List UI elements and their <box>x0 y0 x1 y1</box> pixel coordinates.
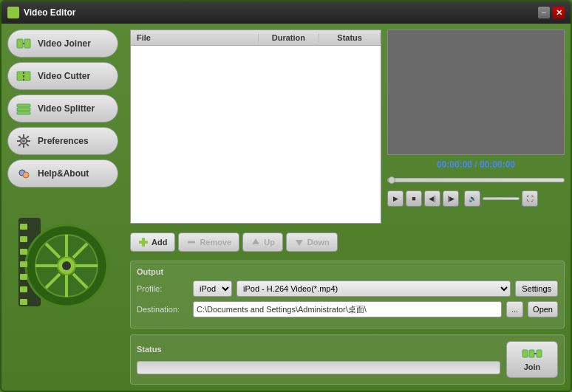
next-frame-button[interactable]: |▶ <box>443 190 459 207</box>
profile-select[interactable]: iPod <box>193 281 232 297</box>
up-button[interactable]: Up <box>242 233 283 252</box>
up-icon <box>251 237 261 247</box>
col-duration: Duration <box>259 33 320 42</box>
svg-rect-39 <box>20 299 27 305</box>
svg-rect-38 <box>20 286 27 292</box>
preferences-icon <box>16 133 32 149</box>
output-label: Output <box>137 267 558 276</box>
svg-marker-43 <box>252 238 259 244</box>
svg-line-14 <box>18 136 21 138</box>
splitter-icon <box>16 100 32 117</box>
file-list-body[interactable] <box>131 46 381 223</box>
svg-rect-41 <box>142 238 145 247</box>
destination-label: Destination: <box>137 305 188 314</box>
film-reel-svg <box>11 203 115 314</box>
remove-icon <box>186 237 197 247</box>
title-controls: − ✕ <box>538 7 565 18</box>
down-button[interactable]: Down <box>286 233 338 252</box>
format-select[interactable]: iPod - H.264 Video(*.mp4) <box>236 281 511 297</box>
browse-button[interactable]: ... <box>506 301 523 317</box>
title-bar: Video Editor − ✕ <box>1 1 571 24</box>
up-label: Up <box>264 238 275 247</box>
time-display: 00:00:00 / 00:00:00 <box>387 159 565 170</box>
add-icon <box>138 237 149 247</box>
add-button[interactable]: Add <box>130 233 175 252</box>
svg-rect-45 <box>522 350 528 357</box>
time-current: 00:00:00 <box>437 159 472 170</box>
svg-rect-46 <box>529 350 534 357</box>
down-icon <box>294 237 304 247</box>
help-icon <box>16 165 32 182</box>
preview-area: 00:00:00 / 00:00:00 ▶ ■ ◀| |▶ 🔊 <box>387 30 565 224</box>
help-label: Help&About <box>38 168 89 179</box>
svg-rect-5 <box>17 104 30 107</box>
add-remove-bar: Add Remove Up <box>130 230 565 255</box>
window-title: Video Editor <box>24 7 75 18</box>
svg-rect-48 <box>537 350 542 357</box>
status-row: Status Join <box>137 341 558 378</box>
close-button[interactable]: ✕ <box>553 7 565 18</box>
stop-button[interactable]: ■ <box>406 190 422 207</box>
destination-input[interactable] <box>193 301 502 317</box>
file-list-header: File Duration Status <box>131 30 381 46</box>
preferences-label: Preferences <box>38 136 89 146</box>
sidebar-item-splitter[interactable]: Video Splitter <box>7 94 118 123</box>
app-logo <box>7 199 118 317</box>
svg-line-16 <box>27 136 29 138</box>
volume-icon[interactable]: 🔊 <box>464 190 480 207</box>
svg-rect-1 <box>24 39 30 48</box>
add-label: Add <box>151 238 167 247</box>
volume-track[interactable] <box>483 197 520 200</box>
player-controls: ▶ ■ ◀| |▶ 🔊 ⛶ <box>387 190 565 207</box>
joiner-label: Video Joiner <box>38 38 91 49</box>
open-button[interactable]: Open <box>528 301 558 317</box>
join-icon <box>522 348 542 360</box>
profile-label: Profile: <box>137 284 188 293</box>
svg-point-9 <box>22 140 25 142</box>
time-sep: / <box>472 159 480 170</box>
svg-line-17 <box>18 144 21 146</box>
svg-rect-35 <box>20 249 27 255</box>
sidebar-item-preferences[interactable]: Preferences <box>7 127 118 155</box>
cutter-label: Video Cutter <box>38 71 90 81</box>
svg-rect-0 <box>17 39 23 48</box>
join-label: Join <box>524 362 541 371</box>
minimize-button[interactable]: − <box>538 7 550 18</box>
svg-rect-33 <box>20 224 27 230</box>
sidebar-item-help[interactable]: Help&About <box>7 159 118 188</box>
main-window: Video Editor − ✕ Video Joiner <box>0 0 572 392</box>
joiner-icon <box>16 35 32 52</box>
svg-point-24 <box>62 261 71 270</box>
status-section: Status Join <box>130 334 565 385</box>
remove-label: Remove <box>200 238 231 247</box>
fullscreen-button[interactable]: ⛶ <box>522 190 538 207</box>
remove-button[interactable]: Remove <box>178 233 239 252</box>
svg-rect-34 <box>20 236 27 242</box>
sidebar-item-joiner[interactable]: Video Joiner <box>7 30 118 58</box>
right-panel: File Duration Status 00:00:00 / 00:00:00 <box>130 30 565 385</box>
seek-thumb[interactable] <box>388 176 395 184</box>
play-button[interactable]: ▶ <box>387 190 404 207</box>
status-label: Status <box>137 345 500 354</box>
settings-button[interactable]: Settings <box>515 281 558 297</box>
status-bar <box>137 361 500 374</box>
col-file: File <box>131 33 259 42</box>
down-label: Down <box>307 238 330 247</box>
app-icon <box>7 7 19 18</box>
preview-screen <box>387 30 565 155</box>
seek-track[interactable] <box>387 178 565 182</box>
output-section: Output Profile: iPod iPod - H.264 Video(… <box>130 261 565 329</box>
file-list-area: File Duration Status <box>130 30 381 224</box>
svg-line-15 <box>27 144 29 146</box>
prev-frame-button[interactable]: ◀| <box>424 190 440 207</box>
seek-bar[interactable] <box>387 174 565 186</box>
join-button[interactable]: Join <box>506 341 558 378</box>
splitter-label: Video Splitter <box>38 103 95 114</box>
main-content: Video Joiner Video Cutter Video Splitter <box>1 24 571 391</box>
svg-rect-6 <box>17 108 30 111</box>
profile-row: Profile: iPod iPod - H.264 Video(*.mp4) … <box>137 281 558 297</box>
sidebar: Video Joiner Video Cutter Video Splitter <box>7 30 124 385</box>
sidebar-item-cutter[interactable]: Video Cutter <box>7 62 118 90</box>
svg-rect-7 <box>17 111 30 114</box>
svg-point-19 <box>23 172 29 178</box>
